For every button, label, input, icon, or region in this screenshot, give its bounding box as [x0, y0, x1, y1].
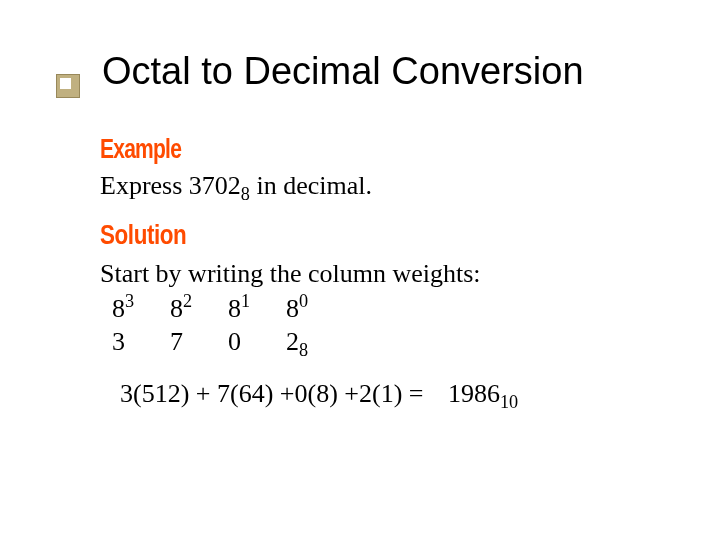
digit-cell: 7 [170, 326, 226, 357]
weight-base: 8 [170, 294, 183, 323]
slide: Octal to Decimal Conversion Example Expr… [0, 0, 720, 540]
weight-base: 8 [228, 294, 241, 323]
weight-cell: 80 [286, 293, 342, 324]
digit-value: 2 [286, 327, 299, 356]
step-text: Start by writing the column weights: [100, 259, 680, 289]
digit-cell: 3 [112, 326, 168, 357]
problem-base: 8 [241, 184, 250, 204]
slide-title: Octal to Decimal Conversion [102, 50, 680, 93]
solution-heading: Solution [100, 219, 186, 251]
weight-base: 8 [286, 294, 299, 323]
bullet-square-hole-icon [60, 78, 71, 89]
digit-base: 8 [299, 340, 308, 360]
product-line: 3(512) + 7(64) +0(8) +2(1) = 198610 [120, 379, 680, 409]
problem-number: 3702 [189, 171, 241, 200]
term: 3(512) [120, 379, 189, 408]
op-plus: + [338, 379, 359, 408]
weight-exp: 3 [125, 291, 134, 311]
op-equals: = [402, 379, 430, 408]
digit-cell: 28 [286, 326, 342, 357]
weight-base: 8 [112, 294, 125, 323]
problem-statement: Express 37028 in decimal. [100, 171, 680, 201]
weight-exp: 0 [299, 291, 308, 311]
table-row: 83 82 81 80 [112, 293, 342, 324]
digit-cell: 0 [228, 326, 284, 357]
weight-cell: 81 [228, 293, 284, 324]
weight-exp: 1 [241, 291, 250, 311]
problem-prefix: Express [100, 171, 189, 200]
weight-cell: 82 [170, 293, 226, 324]
op-plus: + [273, 379, 294, 408]
weights-table: 83 82 81 80 3 7 0 28 [110, 291, 344, 359]
example-heading: Example [100, 133, 181, 165]
term: 2(1) [359, 379, 402, 408]
weight-exp: 2 [183, 291, 192, 311]
op-plus: + [189, 379, 217, 408]
result-base: 10 [500, 392, 518, 412]
term: 7(64) [217, 379, 273, 408]
term: 0(8) [295, 379, 338, 408]
problem-suffix: in decimal. [250, 171, 372, 200]
weight-cell: 83 [112, 293, 168, 324]
result-value: 1986 [448, 379, 500, 408]
table-row: 3 7 0 28 [112, 326, 342, 357]
